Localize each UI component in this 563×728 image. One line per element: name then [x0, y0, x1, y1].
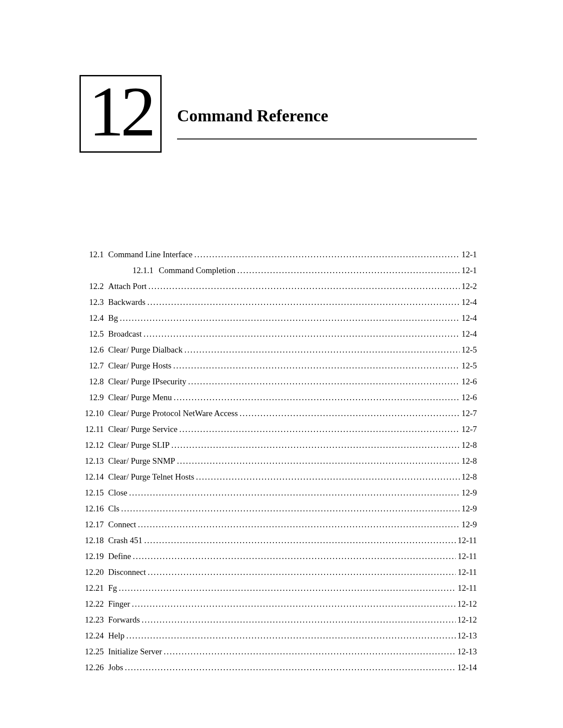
toc-entry: 12.17Connect12-9 — [79, 520, 477, 529]
toc-entry-number: 12.8 — [79, 377, 108, 387]
toc-entry-page: 12-2 — [460, 281, 477, 291]
toc-entry-number: 12.19 — [79, 552, 108, 561]
toc-entry-title: Bg — [108, 313, 118, 323]
toc-entry-title: Crash 451 — [108, 536, 143, 545]
toc-entry-title: Initialize Server — [108, 647, 162, 657]
toc-entry-title: Clear/ Purge SLIP — [108, 440, 170, 450]
toc-entry-number: 12.1.1 — [132, 266, 159, 275]
toc-entry-page: 12-12 — [456, 615, 477, 625]
toc-entry-title: Clear/ Purge Service — [108, 424, 178, 434]
toc-leader — [175, 456, 460, 466]
toc-entry: 12.8Clear/ Purge IPsecurity12-6 — [79, 377, 477, 387]
toc-entry-page: 12-4 — [460, 329, 477, 339]
toc-entry-page: 12-4 — [460, 297, 477, 307]
toc-entry-number: 12.22 — [79, 599, 108, 609]
toc-leader — [117, 583, 456, 593]
toc-entry: 12.2Attach Port12-2 — [79, 281, 477, 291]
toc-entry-page: 12-9 — [460, 520, 477, 529]
toc-entry-number: 12.20 — [79, 567, 108, 577]
toc-entry: 12.19Define12-11 — [79, 552, 477, 561]
toc-entry-page: 12-8 — [460, 440, 477, 450]
toc-entry: 12.26Jobs12-14 — [79, 663, 477, 672]
toc-leader — [143, 536, 456, 545]
toc-entry-title: Define — [108, 552, 131, 561]
toc-leader — [118, 313, 460, 323]
toc-entry-title: Clear/ Purge Dialback — [108, 345, 183, 355]
toc-entry-number: 12.2 — [79, 281, 108, 291]
toc-entry-page: 12-13 — [456, 631, 477, 641]
toc-leader — [142, 329, 460, 339]
toc-leader — [147, 281, 460, 291]
toc-entry-page: 12-11 — [456, 583, 477, 593]
toc-entry-page: 12-1 — [460, 250, 477, 259]
toc-entry-number: 12.23 — [79, 615, 108, 625]
toc-leader — [170, 440, 460, 450]
toc-entry-page: 12-8 — [460, 456, 477, 466]
toc-entry-page: 12-9 — [460, 488, 477, 498]
toc-entry: 12.24Help12-13 — [79, 631, 477, 641]
toc-entry: 12.13Clear/ Purge SNMP12-8 — [79, 456, 477, 466]
toc-entry-title: Jobs — [108, 663, 123, 672]
toc-entry-title: Forwards — [108, 615, 140, 625]
chapter-number: 12 — [89, 72, 152, 151]
toc-entry-number: 12.10 — [79, 409, 108, 418]
toc-entry: 12.10Clear/ Purge Protocol NetWare Acces… — [79, 409, 477, 418]
toc-entry: 12.18Crash 45112-11 — [79, 536, 477, 545]
toc-leader — [125, 631, 456, 641]
table-of-contents: 12.1Command Line Interface12-112.1.1Comm… — [79, 250, 477, 672]
toc-entry: 12.3Backwards12-4 — [79, 297, 477, 307]
toc-leader — [183, 345, 460, 355]
toc-entry-title: Backwards — [108, 297, 145, 307]
toc-entry: 12.9Clear/ Purge Menu12-6 — [79, 393, 477, 402]
toc-leader — [193, 250, 460, 259]
toc-leader — [140, 615, 456, 625]
toc-entry-number: 12.26 — [79, 663, 108, 672]
toc-entry: 12.6Clear/ Purge Dialback12-5 — [79, 345, 477, 355]
chapter-header: 12 Command Reference — [79, 75, 477, 153]
toc-leader — [130, 599, 456, 609]
toc-leader — [145, 297, 460, 307]
toc-entry-page: 12-9 — [460, 504, 477, 514]
toc-entry-number: 12.21 — [79, 583, 108, 593]
toc-entry: 12.12Clear/ Purge SLIP12-8 — [79, 440, 477, 450]
toc-entry: 12.7Clear/ Purge Hosts12-5 — [79, 361, 477, 371]
toc-entry-title: Help — [108, 631, 125, 641]
toc-entry: 12.1Command Line Interface12-1 — [79, 250, 477, 259]
toc-entry-page: 12-11 — [456, 567, 477, 577]
toc-entry-number: 12.14 — [79, 472, 108, 482]
toc-entry-page: 12-4 — [460, 313, 477, 323]
toc-entry-number: 12.11 — [79, 424, 108, 434]
toc-leader — [162, 647, 456, 657]
toc-leader — [178, 424, 460, 434]
toc-entry-title: Command Completion — [159, 266, 236, 275]
toc-entry-title: Disconnect — [108, 567, 146, 577]
toc-entry-number: 12.17 — [79, 520, 108, 529]
toc-entry: 12.14Clear/ Purge Telnet Hosts12-8 — [79, 472, 477, 482]
toc-entry: 12.4Bg12-4 — [79, 313, 477, 323]
toc-entry: 12.22Finger12-12 — [79, 599, 477, 609]
toc-entry-title: Clear/ Purge Menu — [108, 393, 172, 402]
toc-entry-number: 12.6 — [79, 345, 108, 355]
toc-leader — [186, 377, 460, 387]
toc-entry-page: 12-5 — [460, 345, 477, 355]
toc-leader — [119, 504, 460, 514]
toc-entry: 12.20Disconnect12-11 — [79, 567, 477, 577]
toc-leader — [123, 663, 456, 672]
toc-leader — [238, 409, 460, 418]
toc-entry-number: 12.1 — [79, 250, 108, 259]
toc-entry-number: 12.5 — [79, 329, 108, 339]
toc-leader — [235, 266, 460, 275]
toc-entry-title: Fg — [108, 583, 117, 593]
toc-entry-page: 12-11 — [456, 552, 477, 561]
toc-entry-page: 12-8 — [460, 472, 477, 482]
toc-entry-title: Clear/ Purge SNMP — [108, 456, 175, 466]
toc-entry-number: 12.3 — [79, 297, 108, 307]
toc-entry-number: 12.18 — [79, 536, 108, 545]
toc-leader — [194, 472, 460, 482]
toc-leader — [171, 361, 460, 371]
toc-entry-page: 12-12 — [456, 599, 477, 609]
toc-entry-number: 12.16 — [79, 504, 108, 514]
toc-entry-page: 12-1 — [460, 266, 477, 275]
toc-entry-number: 12.12 — [79, 440, 108, 450]
toc-entry: 12.23Forwards12-12 — [79, 615, 477, 625]
